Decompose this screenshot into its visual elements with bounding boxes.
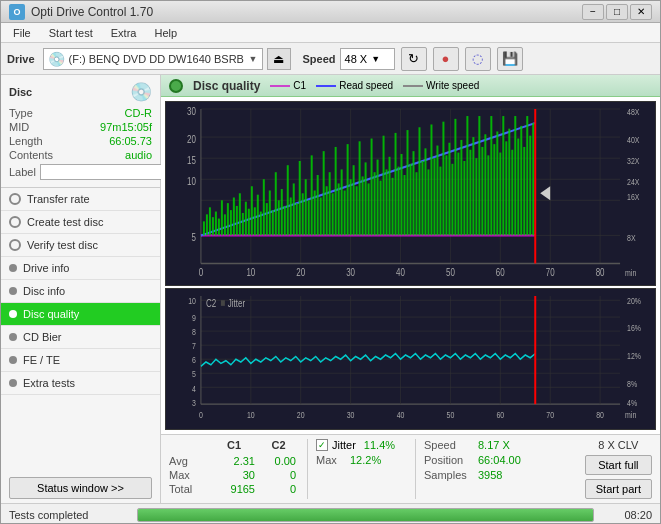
svg-rect-122	[445, 155, 447, 235]
nav-item-cd-bier[interactable]: CD Bier	[1, 326, 160, 349]
save-button[interactable]: 💾	[497, 47, 523, 71]
nav-item-fe-te[interactable]: FE / TE	[1, 349, 160, 372]
disc-length-label: Length	[9, 135, 43, 147]
nav-label-extra-tests: Extra tests	[23, 377, 75, 389]
disc-length-row: Length 66:05.73	[9, 135, 152, 147]
max-c1: 30	[213, 469, 255, 481]
nav-item-drive-info[interactable]: Drive info	[1, 257, 160, 280]
nav-item-disc-quality[interactable]: Disc quality	[1, 303, 160, 326]
speed-type: 8 X CLV	[585, 439, 652, 451]
disc-icon: 💿	[130, 81, 152, 103]
svg-rect-120	[439, 167, 441, 236]
drive-select[interactable]: 💿 (F:) BENQ DVD DD DW1640 BSRB ▼	[43, 48, 263, 70]
svg-rect-93	[359, 141, 361, 235]
erase-button[interactable]: ◌	[465, 47, 491, 71]
jitter-checkbox[interactable]: ✓	[316, 439, 328, 451]
svg-rect-90	[350, 179, 352, 235]
max-c2: 0	[261, 469, 296, 481]
svg-text:min: min	[625, 409, 636, 421]
progress-time: 08:20	[602, 509, 652, 521]
menu-file[interactable]: File	[5, 25, 39, 41]
disc-label-row: Label ⋯	[9, 163, 152, 181]
svg-text:80: 80	[596, 409, 604, 421]
menu-start-test[interactable]: Start test	[41, 25, 101, 41]
total-c2: 0	[261, 483, 296, 495]
jitter-max-label: Max	[316, 454, 344, 466]
svg-text:20%: 20%	[627, 295, 641, 307]
svg-rect-142	[505, 141, 507, 235]
svg-rect-104	[392, 178, 394, 236]
svg-text:3: 3	[192, 396, 196, 408]
svg-text:4%: 4%	[627, 396, 637, 408]
start-part-button[interactable]: Start part	[585, 479, 652, 499]
nav-icon-disc-quality	[9, 310, 17, 318]
speed-select[interactable]: 48 X ▼	[340, 48, 395, 70]
svg-text:20: 20	[297, 409, 305, 421]
stats-panel: C1 C2 Avg 2.31 0.00 Max 30 0 Total 9165 …	[161, 434, 660, 503]
svg-text:70: 70	[546, 266, 555, 279]
disc-label-input[interactable]	[40, 164, 169, 180]
minimize-button[interactable]: −	[582, 4, 604, 20]
chart-legend: C1 Read speed Write speed	[270, 80, 479, 91]
nav-item-transfer-rate[interactable]: Transfer rate	[1, 188, 160, 211]
app-icon: O	[9, 4, 25, 20]
svg-text:30: 30	[347, 409, 355, 421]
legend-c1-color	[270, 85, 290, 87]
progress-bar	[137, 508, 594, 522]
svg-rect-89	[347, 144, 349, 235]
status-window-button[interactable]: Status window >>	[9, 477, 152, 499]
svg-rect-76	[308, 200, 310, 235]
svg-rect-83	[329, 172, 331, 235]
nav-item-extra-tests[interactable]: Extra tests	[1, 372, 160, 395]
svg-text:10: 10	[188, 295, 196, 307]
nav-item-create-test-disc[interactable]: Create test disc	[1, 211, 160, 234]
svg-rect-110	[410, 164, 412, 236]
disc-mid-value: 97m15:05f	[100, 121, 152, 133]
svg-rect-109	[407, 130, 409, 235]
svg-rect-97	[371, 139, 373, 236]
svg-text:40: 40	[397, 409, 405, 421]
legend-c1-label: C1	[293, 80, 306, 91]
svg-rect-133	[478, 116, 480, 235]
svg-text:60: 60	[496, 266, 505, 279]
svg-rect-119	[436, 146, 438, 236]
nav-item-disc-info[interactable]: Disc info	[1, 280, 160, 303]
chart-header: Disc quality C1 Read speed Write speed	[161, 75, 660, 97]
nav-icon-disc-info	[9, 287, 17, 295]
svg-rect-143	[508, 129, 510, 236]
nav-label-cd-bier: CD Bier	[23, 331, 62, 343]
svg-text:10: 10	[247, 409, 255, 421]
start-full-button[interactable]: Start full	[585, 455, 652, 475]
svg-rect-131	[472, 137, 474, 235]
svg-rect-139	[496, 131, 498, 235]
nav-label-verify-test-disc: Verify test disc	[27, 239, 98, 251]
svg-rect-114	[421, 161, 423, 235]
menu-extra[interactable]: Extra	[103, 25, 145, 41]
svg-rect-77	[311, 155, 313, 235]
svg-rect-86	[338, 183, 340, 235]
position-val: 66:04.00	[478, 454, 521, 466]
svg-rect-72	[296, 203, 298, 235]
close-button[interactable]: ✕	[630, 4, 652, 20]
titlebar-controls: − □ ✕	[582, 4, 652, 20]
menu-help[interactable]: Help	[146, 25, 185, 41]
nav-icon-create-test-disc	[9, 216, 21, 228]
menubar: File Start test Extra Help	[1, 23, 660, 43]
nav-items: Transfer rate Create test disc Verify te…	[1, 188, 160, 473]
svg-rect-99	[377, 160, 379, 236]
eject-button[interactable]: ⏏	[267, 48, 291, 70]
svg-text:24X: 24X	[627, 176, 640, 188]
burn-button[interactable]: ●	[433, 47, 459, 71]
svg-rect-51	[233, 197, 235, 235]
svg-rect-81	[323, 151, 325, 235]
maximize-button[interactable]: □	[606, 4, 628, 20]
svg-rect-82	[326, 186, 328, 235]
nav-item-verify-test-disc[interactable]: Verify test disc	[1, 234, 160, 257]
svg-rect-78	[314, 190, 316, 235]
drive-value: (F:) BENQ DVD DD DW1640 BSRB	[69, 53, 245, 65]
svg-text:70: 70	[546, 409, 554, 421]
svg-text:Jitter: Jitter	[228, 296, 246, 309]
nav-icon-transfer-rate	[9, 193, 21, 205]
refresh-button[interactable]: ↻	[401, 47, 427, 71]
svg-rect-129	[466, 116, 468, 235]
